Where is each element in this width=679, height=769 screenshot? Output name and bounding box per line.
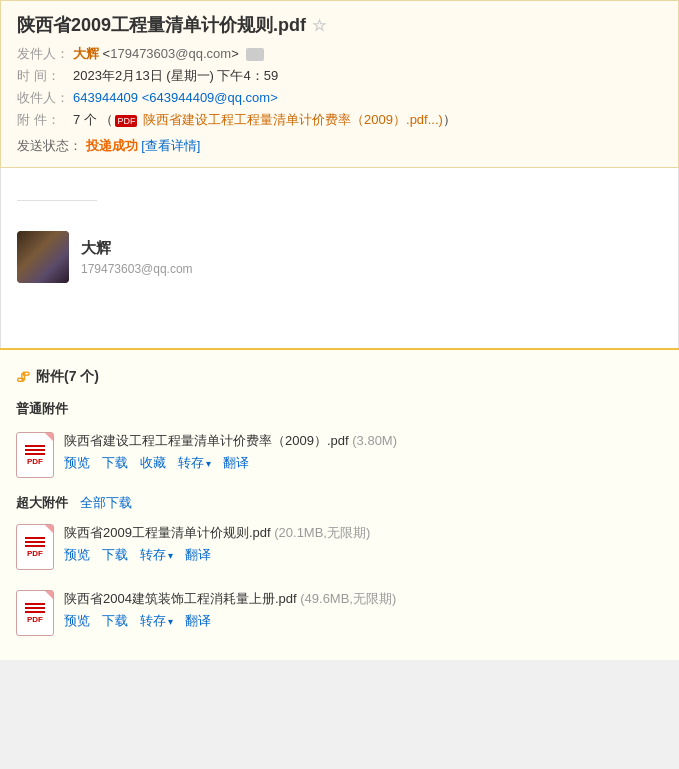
normal-attachments-label: 普通附件 — [16, 400, 663, 418]
attachment-size-2: (20.1MB,无限期) — [274, 525, 370, 540]
attachment-row: 附 件： 7 个 （PDF 陕西省建设工程工程量清单计价费率（2009）.pdf… — [17, 111, 662, 129]
transfer-link-2[interactable]: 转存 — [140, 546, 166, 564]
attachment-name-2: 陕西省2009工程量清单计价规则.pdf (20.1MB,无限期) — [64, 524, 663, 542]
attachment-name-1: 陕西省建设工程工程量清单计价费率（2009）.pdf (3.80M) — [64, 432, 663, 450]
transfer-arrow-2: ▾ — [168, 550, 173, 561]
preview-link-3[interactable]: 预览 — [64, 612, 90, 630]
favorite-link-1[interactable]: 收藏 — [140, 454, 166, 472]
attachment-name-3: 陕西省2004建筑装饰工程消耗量上册.pdf (49.6MB,无限期) — [64, 590, 663, 608]
attachment-size-1: (3.80M) — [352, 433, 397, 448]
translate-link-3[interactable]: 翻译 — [185, 612, 211, 630]
recipient-value: 643944409 <643944409@qq.com> — [73, 90, 278, 105]
transfer-link-1[interactable]: 转存 — [178, 454, 204, 472]
time-label: 时 间： — [17, 67, 73, 85]
attachments-title: 附件(7 个) — [36, 368, 99, 386]
recipient-link[interactable]: 643944409 <643944409@qq.com> — [73, 90, 278, 105]
attachment-count: 7 个 — [73, 112, 97, 127]
sender-card-name: 大辉 — [81, 239, 193, 258]
attachment-meta-value: 7 个 （PDF 陕西省建设工程工程量清单计价费率（2009）.pdf...)） — [73, 111, 456, 129]
time-row: 时 间： 2023年2月13日 (星期一) 下午4：59 — [17, 67, 662, 85]
attachment-info-1: 陕西省建设工程工程量清单计价费率（2009）.pdf (3.80M) 预览 下载… — [64, 432, 663, 472]
attachment-actions-3: 预览 下载 转存 ▾ 翻译 — [64, 612, 663, 630]
email-header: 陕西省2009工程量清单计价规则.pdf ☆ 发件人： 大辉 <17947360… — [0, 0, 679, 168]
pdf-label-1: PDF — [27, 457, 43, 466]
recipient-label: 收件人： — [17, 89, 73, 107]
pdf-label-2: PDF — [27, 549, 43, 558]
attachment-item-3: PDF 陕西省2004建筑装饰工程消耗量上册.pdf (49.6MB,无限期) … — [16, 584, 663, 642]
transfer-arrow-3: ▾ — [168, 616, 173, 627]
star-icon[interactable]: ☆ — [312, 16, 326, 35]
large-attachments-label: 超大附件 — [16, 494, 68, 512]
transfer-dropdown-3[interactable]: 转存 ▾ — [140, 612, 173, 630]
sender-value: 大辉 <179473603@qq.com> — [73, 45, 264, 63]
transfer-dropdown-2[interactable]: 转存 ▾ — [140, 546, 173, 564]
attachment-meta-label: 附 件： — [17, 111, 73, 129]
avatar-image — [17, 231, 69, 283]
attachment-info-3: 陕西省2004建筑装饰工程消耗量上册.pdf (49.6MB,无限期) 预览 下… — [64, 590, 663, 630]
download-link-1[interactable]: 下载 — [102, 454, 128, 472]
translate-link-1[interactable]: 翻译 — [223, 454, 249, 472]
download-link-2[interactable]: 下载 — [102, 546, 128, 564]
pdf-label-3: PDF — [27, 615, 43, 624]
pdf-icon-2: PDF — [16, 524, 54, 570]
download-link-3[interactable]: 下载 — [102, 612, 128, 630]
email-title-row: 陕西省2009工程量清单计价规则.pdf ☆ — [17, 13, 662, 37]
large-attachments-header: 超大附件 全部下载 — [16, 494, 663, 512]
attachment-actions-2: 预览 下载 转存 ▾ 翻译 — [64, 546, 663, 564]
body-divider — [17, 200, 97, 201]
sender-card-email: 179473603@qq.com — [81, 262, 193, 276]
preview-link-1[interactable]: 预览 — [64, 454, 90, 472]
status-label: 发送状态： — [17, 138, 82, 153]
attachment-actions-1: 预览 下载 收藏 转存 ▾ 翻译 — [64, 454, 663, 472]
attachment-item-1: PDF 陕西省建设工程工程量清单计价费率（2009）.pdf (3.80M) 预… — [16, 426, 663, 484]
attachment-size-3: (49.6MB,无限期) — [300, 591, 396, 606]
email-body: 大辉 179473603@qq.com — [0, 168, 679, 348]
attachment-item-2: PDF 陕西省2009工程量清单计价规则.pdf (20.1MB,无限期) 预览… — [16, 518, 663, 576]
attachment-preview-link[interactable]: 陕西省建设工程工程量清单计价费率（2009）.pdf...) — [143, 112, 443, 127]
attachments-section: 🖇 附件(7 个) 普通附件 PDF 陕西省建设工程工程量清单计价费率（2009… — [0, 348, 679, 660]
sender-label: 发件人： — [17, 45, 73, 63]
email-icon — [246, 48, 264, 61]
download-all-link[interactable]: 全部下载 — [80, 494, 132, 512]
sender-row: 发件人： 大辉 <179473603@qq.com> — [17, 45, 662, 63]
attachment-info-2: 陕西省2009工程量清单计价规则.pdf (20.1MB,无限期) 预览 下载 … — [64, 524, 663, 564]
sender-name: 大辉 — [73, 46, 99, 61]
translate-link-2[interactable]: 翻译 — [185, 546, 211, 564]
pdf-badge-icon: PDF — [115, 115, 137, 127]
recipient-row: 收件人： 643944409 <643944409@qq.com> — [17, 89, 662, 107]
transfer-link-3[interactable]: 转存 — [140, 612, 166, 630]
pdf-icon-1: PDF — [16, 432, 54, 478]
avatar — [17, 231, 69, 283]
preview-link-2[interactable]: 预览 — [64, 546, 90, 564]
status-detail-link[interactable]: [查看详情] — [141, 138, 200, 153]
sender-card: 大辉 179473603@qq.com — [17, 221, 662, 293]
sender-card-info: 大辉 179473603@qq.com — [81, 239, 193, 276]
sender-email: 179473603@qq.com — [110, 46, 231, 61]
status-value: 投递成功 — [86, 138, 138, 153]
email-container: 陕西省2009工程量清单计价规则.pdf ☆ 发件人： 大辉 <17947360… — [0, 0, 679, 660]
attachments-header: 🖇 附件(7 个) — [16, 360, 663, 394]
transfer-arrow-1: ▾ — [206, 458, 211, 469]
pdf-icon-3: PDF — [16, 590, 54, 636]
email-subject: 陕西省2009工程量清单计价规则.pdf — [17, 13, 306, 37]
status-row: 发送状态： 投递成功 [查看详情] — [17, 137, 662, 155]
time-value: 2023年2月13日 (星期一) 下午4：59 — [73, 67, 278, 85]
paperclip-icon: 🖇 — [16, 369, 30, 385]
transfer-dropdown-1[interactable]: 转存 ▾ — [178, 454, 211, 472]
